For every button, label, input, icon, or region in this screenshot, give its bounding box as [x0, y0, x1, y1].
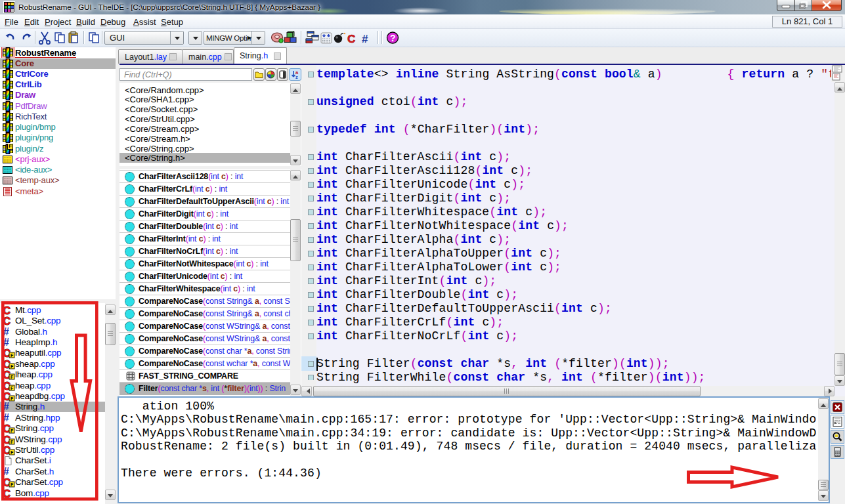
svg-text:?: ?: [390, 33, 396, 43]
svg-text:#: #: [362, 33, 368, 45]
svg-text:C: C: [347, 33, 355, 45]
svg-text:z: z: [295, 74, 298, 80]
